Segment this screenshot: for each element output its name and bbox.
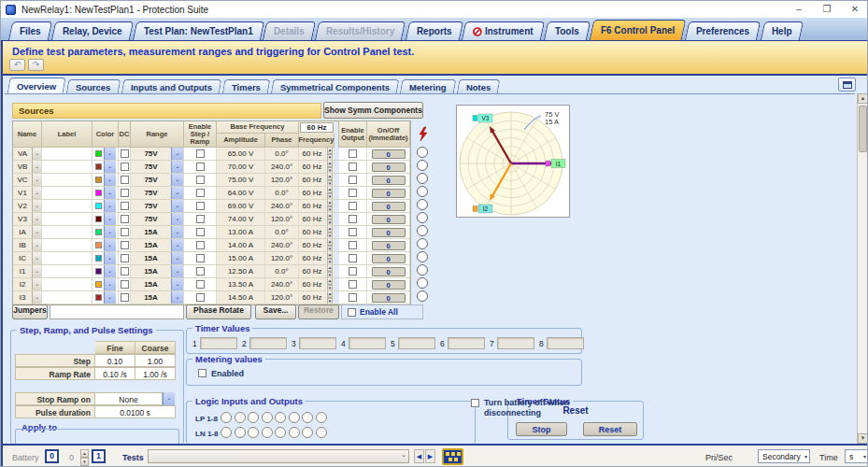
frequency-field[interactable]: 60 Hz [299,213,326,225]
timer-value-field[interactable] [497,337,534,349]
tab-tools[interactable]: Tools [544,21,591,40]
tests-dropdown[interactable]: ⌄ [148,449,409,463]
stop-ramp-dropdown-icon[interactable]: ⌄ [163,392,175,405]
phase-field[interactable]: 120.0° [265,252,299,264]
prisec-select[interactable]: Secondary▾ [758,449,810,463]
tab-relay-device[interactable]: Relay, Device [51,21,134,40]
output-state-circle[interactable] [417,238,428,249]
dc-checkbox[interactable] [121,163,129,171]
enable-output-checkbox[interactable] [349,215,357,223]
restore-button[interactable]: Restore [298,304,339,319]
frequency-spinner[interactable]: ▲▼ [326,278,334,290]
step-ramp-checkbox[interactable] [196,293,205,302]
jumpers-button[interactable]: Jumpers [12,304,48,319]
frequency-field[interactable]: 60 Hz [299,148,326,160]
stop-ramp-select[interactable]: None [95,392,163,405]
phase-field[interactable]: 0.0° [265,148,299,160]
name-dropdown-icon[interactable]: ⌄ [32,200,41,212]
enable-all-checkbox[interactable] [348,308,356,317]
tab-help[interactable]: Help [761,21,804,40]
dc-checkbox[interactable] [121,241,129,249]
enable-output-checkbox[interactable] [349,241,357,249]
battery-value-box[interactable]: 0 [45,449,59,463]
frequency-spinner[interactable]: ▲▼ [326,187,334,199]
color-dropdown-icon[interactable]: ⌄ [104,174,116,186]
step-ramp-checkbox[interactable] [196,215,205,223]
color-dropdown-icon[interactable]: ⌄ [104,187,116,199]
frequency-spinner[interactable]: ▲▼ [326,213,334,225]
name-dropdown-icon[interactable]: ⌄ [32,161,41,173]
enable-output-checkbox[interactable] [349,267,357,276]
step-ramp-checkbox[interactable] [196,149,205,158]
frequency-spinner[interactable]: ▲▼ [326,291,334,304]
step-ramp-checkbox[interactable] [196,176,205,184]
label-field[interactable] [42,252,92,264]
subtab-timers[interactable]: Timers [221,79,270,94]
range-dropdown-icon[interactable]: ⌄ [171,187,183,199]
phase-field[interactable]: 240.0° [265,239,299,251]
range-dropdown-icon[interactable]: ⌄ [171,161,183,173]
color-dropdown-icon[interactable]: ⌄ [104,213,116,225]
color-dropdown-icon[interactable]: ⌄ [104,291,116,304]
enable-output-checkbox[interactable] [349,163,357,171]
color-dropdown-icon[interactable]: ⌄ [104,252,116,264]
maximize-button[interactable]: ❐ [813,1,841,18]
dc-checkbox[interactable] [121,215,129,223]
output-state-circle[interactable] [417,199,428,210]
phase-field[interactable]: 0.0° [265,265,299,277]
color-dropdown-icon[interactable]: ⌄ [104,226,116,238]
name-dropdown-icon[interactable]: ⌄ [32,213,41,225]
label-field[interactable] [42,226,92,238]
amplitude-field[interactable]: 12.50 A [217,265,265,277]
onoff-button[interactable]: 0 [372,254,406,263]
onoff-button[interactable]: 0 [372,293,406,303]
enable-output-checkbox[interactable] [349,228,357,236]
dc-checkbox[interactable] [121,228,129,236]
onoff-button[interactable]: 0 [372,176,406,185]
subtab-symmetrical-components[interactable]: Symmetrical Components [270,79,399,94]
label-field[interactable] [42,291,92,304]
step-coarse-field[interactable]: 1.00 [135,354,176,367]
phase-field[interactable]: 240.0° [265,200,299,212]
frequency-spinner[interactable]: ▲▼ [326,200,334,212]
dc-checkbox[interactable] [121,267,129,276]
close-button[interactable]: ✕ [841,1,868,18]
battery-off-checkbox[interactable] [471,399,479,407]
name-dropdown-icon[interactable]: ⌄ [32,265,41,277]
range-dropdown-icon[interactable]: ⌄ [171,291,183,304]
timer-value-field[interactable] [299,337,336,349]
onoff-button[interactable]: 0 [372,215,406,224]
amplitude-field[interactable]: 13.50 A [217,278,265,290]
frequency-field[interactable]: 60 Hz [299,200,326,212]
label-field[interactable] [42,239,92,251]
frequency-spinner[interactable]: ▲▼ [326,174,334,186]
subtab-notes[interactable]: Notes [456,79,500,94]
amplitude-field[interactable]: 64.00 V [217,187,265,199]
amplitude-field[interactable]: 70.00 V [217,161,265,173]
label-field[interactable] [42,161,92,173]
dc-checkbox[interactable] [121,149,129,158]
label-field[interactable] [42,200,92,212]
battery-spinner[interactable]: ▲▼ [80,449,89,463]
pulse-duration-field[interactable]: 0.0100 s [95,405,176,418]
stop-button[interactable]: Stop [516,422,567,436]
timer-value-field[interactable] [200,337,237,349]
dc-checkbox[interactable] [121,176,129,184]
color-dropdown-icon[interactable]: ⌄ [104,200,116,212]
tab-instrument[interactable]: Instrument [462,21,545,40]
name-dropdown-icon[interactable]: ⌄ [32,239,41,251]
step-ramp-checkbox[interactable] [196,163,205,171]
phase-rotate-button[interactable]: Phase Rotate [186,304,251,319]
ramp-fine-field[interactable]: 0.10 /s [95,367,135,380]
name-dropdown-icon[interactable]: ⌄ [32,252,41,264]
range-dropdown-icon[interactable]: ⌄ [171,265,183,277]
frequency-spinner[interactable]: ▲▼ [326,226,334,238]
jumpers-field[interactable] [50,304,184,319]
color-dropdown-icon[interactable]: ⌄ [104,148,116,160]
enable-output-checkbox[interactable] [349,293,357,302]
output-state-circle[interactable] [417,147,428,158]
frequency-field[interactable]: 60 Hz [299,239,326,251]
label-field[interactable] [42,265,92,277]
output-state-circle[interactable] [417,277,428,289]
timer-value-field[interactable] [398,337,435,349]
